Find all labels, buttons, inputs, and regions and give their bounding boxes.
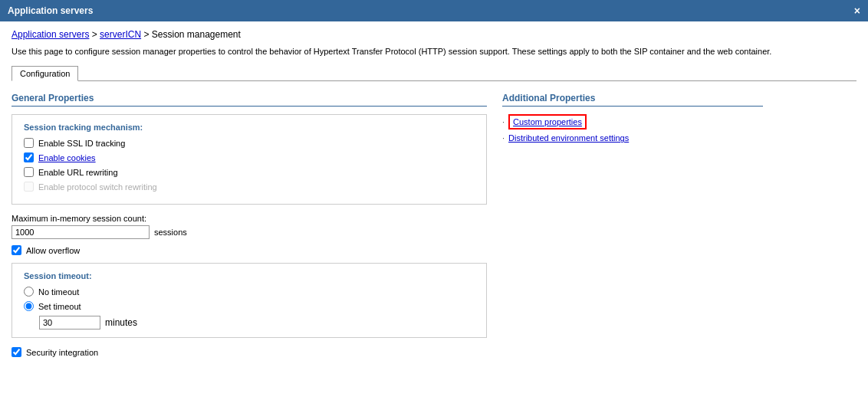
enable-cookies-checkbox[interactable] [24,152,34,162]
additional-properties-heading: Additional Properties [502,93,763,107]
session-tracking-box: Session tracking mechanism: Enable SSL I… [12,114,487,205]
security-integration-row: Security integration [12,347,487,357]
custom-properties-bullet: · [502,117,505,126]
allow-overflow-label: Allow overflow [26,246,80,255]
enable-cookies-link[interactable]: Enable cookies [38,153,96,162]
sessions-label: sessions [154,228,187,237]
security-integration-checkbox[interactable] [12,347,21,357]
title-bar-text: Application servers [8,5,93,16]
custom-properties-link[interactable]: Custom properties [513,117,582,126]
set-timeout-label: Set timeout [38,302,81,311]
tab-configuration[interactable]: Configuration [12,66,78,81]
additional-properties-links: · Custom properties · Distributed enviro… [502,114,763,143]
distributed-env-link[interactable]: Distributed environment settings [508,133,629,143]
custom-properties-row: · Custom properties [502,114,763,130]
max-session-label: Maximum in-memory session count: [12,214,487,223]
main-content: Application servers > serverICN > Sessio… [0,21,868,365]
content-columns: General Properties Session tracking mech… [12,93,856,357]
max-session-field-row: Maximum in-memory session count: session… [12,214,487,239]
radio-row-no-timeout: No timeout [24,287,475,297]
breadcrumb-link-application-servers[interactable]: Application servers [12,29,89,40]
url-rewriting-label: Enable URL rewriting [38,168,118,177]
security-integration-label: Security integration [26,348,98,357]
minutes-label: minutes [105,317,137,328]
set-timeout-radio[interactable] [24,301,34,311]
custom-properties-highlight: Custom properties [508,114,587,130]
protocol-switch-checkbox [24,182,34,192]
breadcrumb-separator-1: > [92,29,100,40]
right-column: Additional Properties · Custom propertie… [502,93,763,357]
title-bar: Application servers × [0,0,868,21]
breadcrumb-separator-2: > [143,29,151,40]
no-timeout-radio[interactable] [24,287,34,297]
checkbox-row-cookies: Enable cookies [24,152,475,162]
ssl-tracking-label: Enable SSL ID tracking [38,139,125,148]
max-session-input-row: sessions [12,225,487,239]
breadcrumb-current: Session management [152,29,241,40]
checkbox-row-url-rewriting: Enable URL rewriting [24,167,475,177]
no-timeout-label: No timeout [38,287,79,297]
session-timeout-heading: Session timeout: [24,271,475,280]
page-description: Use this page to configure session manag… [12,46,856,57]
ssl-tracking-checkbox[interactable] [24,138,34,148]
timeout-value-row: minutes [39,316,475,330]
checkbox-row-protocol-switch: Enable protocol switch rewriting [24,182,475,192]
timeout-value-input[interactable] [39,316,100,330]
left-column: General Properties Session tracking mech… [12,93,487,357]
breadcrumb: Application servers > serverICN > Sessio… [12,29,856,40]
radio-row-set-timeout: Set timeout [24,301,475,311]
distributed-env-bullet: · [502,133,505,143]
max-session-input[interactable] [12,225,150,239]
protocol-switch-label: Enable protocol switch rewriting [38,182,157,192]
checkbox-row-ssl: Enable SSL ID tracking [24,138,475,148]
allow-overflow-checkbox[interactable] [12,245,21,255]
close-icon[interactable]: × [854,5,860,17]
session-timeout-box: Session timeout: No timeout Set timeout … [12,263,487,338]
url-rewriting-checkbox[interactable] [24,167,34,177]
session-tracking-heading: Session tracking mechanism: [24,123,475,132]
general-properties-heading: General Properties [12,93,487,107]
distributed-env-row: · Distributed environment settings [502,133,763,143]
breadcrumb-link-server-icn[interactable]: serverICN [100,29,141,40]
tab-bar: Configuration [12,65,856,81]
checkbox-row-allow-overflow: Allow overflow [12,245,487,255]
